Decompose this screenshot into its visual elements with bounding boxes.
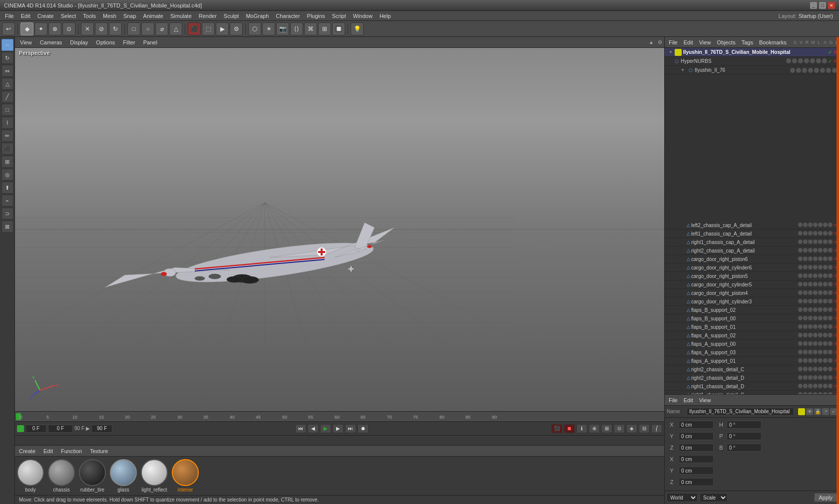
timeline-current-frame[interactable] (25, 425, 46, 433)
menu-tools[interactable]: Tools (80, 12, 99, 20)
menu-sculpt[interactable]: Sculpt (221, 12, 242, 20)
timeline-end-frame[interactable] (91, 425, 112, 433)
tree-item-hypernurbs[interactable]: ⬡ HyperNURBS ✓ ✕ (665, 57, 839, 66)
om-menu-edit[interactable]: Edit (682, 38, 695, 46)
viewport-menu-options[interactable]: Options (93, 38, 118, 46)
tool-polygon[interactable]: △ (1, 78, 13, 90)
prop-y-size[interactable] (679, 467, 714, 475)
3d-viewport[interactable]: ✛ Perspective X Y Z (15, 48, 664, 411)
menu-simulate[interactable]: Simulate (167, 12, 195, 20)
ph-menu-edit[interactable]: Edit (682, 396, 695, 404)
menu-mesh[interactable]: Mesh (100, 12, 119, 20)
menu-script[interactable]: Script (329, 12, 349, 20)
tree-flaps-a01[interactable]: △ flaps_A_support_01 ✕ (665, 357, 839, 365)
snap-button[interactable]: 🔲 (332, 22, 345, 35)
viewport-menu-filter[interactable]: Filter (120, 38, 138, 46)
script-button[interactable]: ⎛ (651, 424, 662, 433)
om-menu-file[interactable]: File (667, 38, 680, 46)
tree-left2-chassis[interactable]: △ left2_chassis_cap_A_detail ✕ (665, 221, 839, 230)
tool-lasso[interactable]: ⌇ (1, 117, 13, 129)
stop-button[interactable]: ⏹ (564, 424, 575, 433)
tree-flaps-a03[interactable]: △ flaps_A_support_03 ✕ (665, 348, 839, 357)
select-texture-button[interactable]: ⊕ (48, 22, 61, 35)
render-region[interactable]: ⬚ (202, 22, 215, 35)
mat-menu-texture[interactable]: Texture (88, 447, 110, 455)
object-tree[interactable]: ▼ Ilyushin_Il_76TD_S_Civilian_Mobile_Hos… (665, 48, 839, 221)
material-interior[interactable]: interior (172, 459, 199, 493)
tree-item-root[interactable]: ▼ Ilyushin_Il_76TD_S_Civilian_Mobile_Hos… (665, 48, 839, 57)
prop-x-pos[interactable] (679, 421, 714, 429)
tool-rotate[interactable]: ↻ (1, 52, 13, 64)
prop-b-rot[interactable] (727, 444, 762, 452)
material-glass[interactable]: glass (110, 459, 137, 493)
tool-box[interactable]: □ (1, 104, 13, 116)
tree-right1-detail-d[interactable]: △ right1_chassis_detail_D ✕ (665, 382, 839, 391)
tree-cargo-piston4[interactable]: △ cargo_door_right_piston4 ✕ (665, 289, 839, 297)
material-light-reflect[interactable]: light_reflect (141, 459, 168, 493)
tree-flaps-b01[interactable]: △ flaps_B_support_01 ✕ (665, 323, 839, 331)
goto-end-button[interactable]: ⏭ (345, 424, 356, 433)
menu-edit[interactable]: Edit (18, 12, 33, 20)
viewport-menu-cameras[interactable]: Cameras (37, 38, 65, 46)
om-menu-tags[interactable]: Tags (740, 38, 755, 46)
tool-extrude[interactable]: ⬆ (1, 182, 13, 194)
tool-freehand[interactable]: ✏ (1, 130, 13, 142)
tree-cargo-cylinder5[interactable]: △ cargo_door_right_cylinder5 ✕ (665, 280, 839, 289)
viewport-menu-view[interactable]: View (17, 38, 35, 46)
render-active[interactable]: ▶ (216, 22, 229, 35)
rotate-tool[interactable]: ↻ (109, 22, 122, 35)
deformer-button[interactable]: ⟨⟩ (290, 22, 303, 35)
cylinder-tool[interactable]: ⌀ (155, 22, 168, 35)
tree-right1-chassis[interactable]: △ right1_chassis_cap_A_detail ✕ (665, 238, 839, 247)
goto-start-button[interactable]: ⏮ (295, 424, 306, 433)
cone-tool[interactable]: △ (169, 22, 182, 35)
render-settings[interactable]: ⚙ (230, 22, 243, 35)
tool-magnet[interactable]: ⊃ (1, 208, 13, 220)
select-object-button[interactable]: ✦ (34, 22, 47, 35)
menu-create[interactable]: Create (34, 12, 57, 20)
menu-select[interactable]: Select (58, 12, 79, 20)
tool-scale[interactable]: ⇔ (1, 65, 13, 77)
apply-button[interactable]: Apply (814, 493, 837, 502)
menu-render[interactable]: Render (196, 12, 220, 20)
timeline-start-frame[interactable] (48, 425, 73, 433)
prop-z-size[interactable] (679, 478, 714, 486)
curve-button[interactable]: ⊞ (601, 424, 612, 433)
attr-expand-icon[interactable]: ↗ (822, 408, 829, 415)
menu-snap[interactable]: Snap (120, 12, 139, 20)
prev-frame-button[interactable]: ◀ (308, 424, 319, 433)
transform-type-select[interactable]: Scale Move Rotate (700, 493, 728, 502)
tree-flaps-b02[interactable]: △ flaps_B_support_02 ✕ (665, 306, 839, 314)
prop-y-pos[interactable] (679, 432, 714, 440)
menu-plugins[interactable]: Plugins (304, 12, 328, 20)
tree-flaps-b00[interactable]: △ flaps_B_support_00 ✕ (665, 314, 839, 323)
select-point-button[interactable]: ⊙ (62, 22, 75, 35)
viewport-icon-settings[interactable]: ⚙ (658, 39, 662, 45)
tool-line[interactable]: ╱ (1, 91, 13, 103)
dope-button[interactable]: ⊙ (614, 424, 625, 433)
tree-right2-chassis[interactable]: △ right2_chassis_cap_A_detail ✕ (665, 247, 839, 255)
moco-button[interactable]: ◈ (626, 424, 637, 433)
maximize-button[interactable]: □ (819, 2, 826, 9)
ph-menu-view[interactable]: View (697, 396, 713, 404)
material-button[interactable]: ⬡ (248, 22, 261, 35)
render-button[interactable]: ⬛ (188, 22, 201, 35)
om-menu-bookmarks[interactable]: Bookmarks (757, 38, 789, 46)
tool-paint[interactable]: ⬛ (1, 143, 13, 155)
record-button[interactable]: ⏺ (358, 424, 369, 433)
tree-cargo-piston5[interactable]: △ cargo_door_right_piston5 ✕ (665, 272, 839, 280)
tool-loop[interactable]: ◎ (1, 169, 13, 181)
tree-right2-detail-d[interactable]: △ right2_chassis_detail_D ✕ (665, 374, 839, 382)
om-menu-view[interactable]: View (697, 38, 713, 46)
prop-z-pos[interactable] (679, 444, 714, 452)
ph-menu-file[interactable]: File (667, 396, 680, 404)
camera-button[interactable]: 📷 (276, 22, 289, 35)
key-button[interactable]: ⊕ (589, 424, 600, 433)
grid-button[interactable]: ⊞ (318, 22, 331, 35)
menu-animate[interactable]: Animate (140, 12, 166, 20)
tree-right2-detail-c[interactable]: △ right2_chassis_detail_C ✕ (665, 365, 839, 374)
material-rubber-tire[interactable]: rubber_tire (79, 459, 106, 493)
prop-x-size[interactable] (679, 455, 714, 463)
tree-right1-detail-c[interactable]: △ right1_chassis_detail_C ✕ (665, 391, 839, 394)
undo-button[interactable]: ↩ (2, 22, 15, 35)
